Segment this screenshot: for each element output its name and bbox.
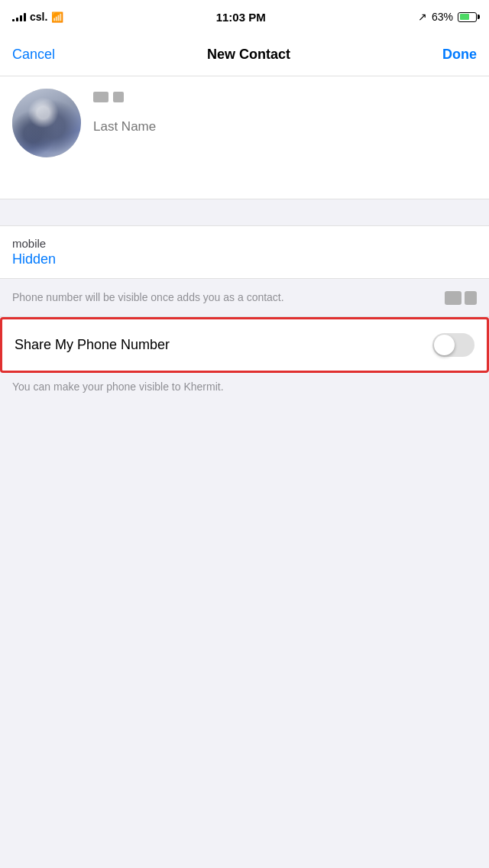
- info-section: Phone number will be visible once adds y…: [0, 279, 489, 317]
- battery-percent: 63%: [432, 11, 453, 23]
- status-left: csl. 📶: [12, 11, 63, 23]
- first-name-blurred: [93, 92, 477, 102]
- footer-description: You can make your phone visible to Kherm…: [12, 381, 224, 393]
- nav-bar: Cancel New Contact Done: [0, 34, 489, 76]
- page-title: New Contact: [207, 47, 290, 63]
- contact-header: [0, 76, 489, 199]
- battery-icon: [458, 12, 477, 22]
- blurred-text-1: [93, 92, 108, 102]
- blurred-avatar-2: [465, 291, 477, 305]
- cancel-button[interactable]: Cancel: [12, 40, 55, 69]
- done-button[interactable]: Done: [442, 40, 477, 69]
- status-time: 11:03 PM: [216, 11, 266, 24]
- mobile-section: mobile Hidden: [0, 226, 489, 279]
- avatar[interactable]: [12, 89, 81, 157]
- carrier-label: csl.: [30, 11, 47, 23]
- last-name-input[interactable]: [93, 116, 477, 138]
- share-phone-section: Share My Phone Number: [0, 317, 489, 373]
- mobile-label: mobile: [12, 237, 477, 250]
- blurred-text-2: [113, 92, 124, 102]
- blurred-avatar-1: [445, 291, 461, 305]
- info-blurred-image: [445, 291, 477, 305]
- footer-text: You can make your phone visible to Kherm…: [0, 373, 489, 400]
- location-icon: ↗: [418, 11, 427, 23]
- toggle-thumb: [434, 335, 455, 355]
- status-right: ↗ 63%: [418, 11, 477, 23]
- last-name-container: [93, 116, 477, 138]
- section-divider: [0, 199, 489, 226]
- empty-space: [0, 400, 489, 630]
- name-fields: [93, 89, 477, 138]
- toggle-label: Share My Phone Number: [15, 337, 170, 353]
- mobile-value[interactable]: Hidden: [12, 251, 477, 267]
- info-text: Phone number will be visible once adds y…: [12, 290, 436, 306]
- toggle-row: Share My Phone Number: [15, 319, 474, 371]
- wifi-icon: 📶: [51, 11, 63, 23]
- share-phone-toggle[interactable]: [432, 333, 474, 357]
- signal-icon: [12, 12, 26, 21]
- status-bar: csl. 📶 11:03 PM ↗ 63%: [0, 0, 489, 34]
